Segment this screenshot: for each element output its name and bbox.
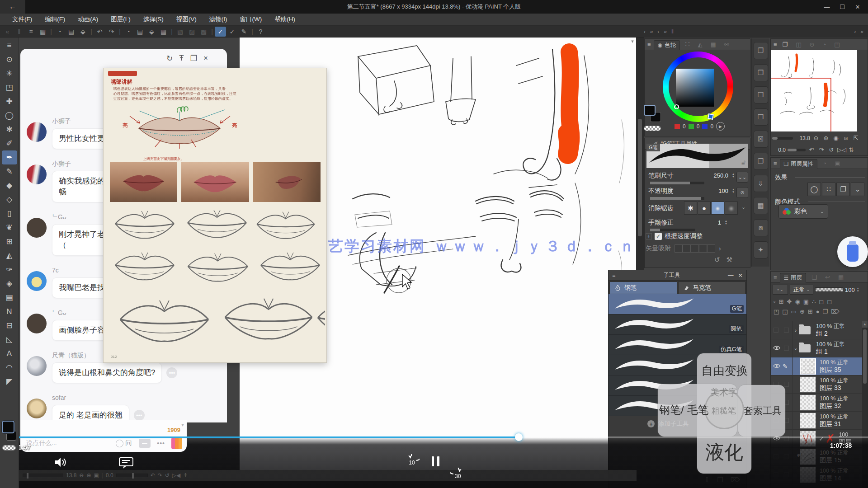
speed-adjust-checkbox[interactable]: ✓ (655, 233, 662, 240)
navigator-preview[interactable] (771, 50, 857, 131)
anti-alias-option[interactable]: ● (725, 202, 738, 215)
tab-information[interactable]: ◔ (820, 41, 829, 48)
transparent-color-chip[interactable] (644, 126, 661, 131)
back-button[interactable]: ← (0, 0, 25, 14)
toolbar-icon[interactable]: | (118, 27, 122, 37)
material-pose-button[interactable]: ✦ (754, 241, 768, 258)
toolbar-overflow-icon[interactable]: » (664, 28, 667, 35)
menu-item[interactable]: 编辑(E) (39, 15, 71, 23)
toolbar-icon[interactable]: ⬙ (146, 27, 157, 37)
brush-row[interactable]: 仿真G笔 (609, 335, 746, 355)
hue-cursor[interactable] (708, 113, 714, 120)
redo-icon[interactable]: ↷ (158, 472, 162, 479)
tab-marker[interactable]: 马克笔 (678, 282, 746, 294)
workspace-folder-button[interactable]: ❐ (754, 42, 768, 59)
layer-action-icon[interactable]: ▣ (803, 298, 809, 305)
zoom-in-icon[interactable]: ⊕ (86, 472, 91, 479)
toolbar-icon[interactable]: ▦ (158, 27, 169, 37)
layer-action-icon[interactable]: ◻ (819, 298, 824, 305)
usb-overlay-icon[interactable] (837, 236, 868, 267)
effect-button[interactable]: ∷ (822, 183, 835, 196)
layer-action-icon[interactable]: ◉ (795, 298, 800, 305)
layer-action-icon[interactable]: ▭ (791, 308, 797, 315)
tab-color-wheel[interactable]: ◉ 色轮 (654, 40, 680, 50)
ref-toolbar-icon[interactable]: Ŧ (179, 54, 184, 63)
layer-action-icon[interactable]: ✥ (787, 298, 792, 305)
tab-timeline[interactable]: ↩ (822, 274, 833, 281)
lock-icon[interactable]: 🔓︎ (741, 159, 745, 166)
anti-alias-option[interactable]: ● (698, 202, 711, 215)
effect-button[interactable]: ❐ (836, 183, 850, 196)
layer-row[interactable]: ✎ ⌄ ✓✗ 100 % 正常 组 1 ⇄ (771, 339, 862, 357)
zoom-slider[interactable] (772, 137, 793, 140)
workspace-folder-button[interactable]: ❐ (754, 108, 768, 126)
close-palette-button[interactable]: ☒ (754, 131, 768, 148)
opacity-slider[interactable] (650, 197, 704, 200)
toolbar-icon[interactable]: | (89, 27, 94, 37)
panel-toggle-icon[interactable] (139, 439, 151, 448)
canvas-collapse-icon[interactable]: ▾ (629, 38, 636, 45)
workspace-folder-button[interactable]: ❐ (754, 86, 768, 103)
tab-layer-property[interactable]: ❏ 图层属性 (780, 159, 818, 169)
chat-collapse-icon[interactable]: ▾ (181, 422, 184, 428)
minimize-icon[interactable]: — (728, 272, 734, 278)
menu-item[interactable]: 文件(F) (6, 15, 38, 23)
panel-menu-icon[interactable]: ≡ (774, 274, 777, 281)
zoom-in-icon[interactable]: ⊕ (822, 135, 830, 141)
layer-action-icon[interactable]: ❐ (823, 308, 828, 315)
menu-item[interactable]: 滤镜(I) (203, 15, 233, 23)
chevron-right-icon[interactable]: › (719, 245, 721, 252)
layer-opacity-slider[interactable] (815, 287, 843, 292)
avatar[interactable] (27, 271, 47, 291)
ref-toolbar-icon[interactable]: ↻ (166, 54, 173, 63)
rotate-right-icon[interactable]: ↷ (817, 146, 826, 153)
effect-button[interactable]: ⌄ (851, 183, 864, 196)
layer-action-icon[interactable]: ⊞ (808, 308, 813, 315)
effect-button[interactable]: ◯ (807, 183, 821, 196)
menu-item[interactable]: 动画(A) (72, 15, 104, 23)
material-folder-button[interactable]: ❐ (754, 153, 768, 170)
toolbar-icon[interactable]: ▩ (198, 27, 209, 37)
toolbar-overflow-icon[interactable]: › (644, 28, 646, 35)
vector-snap-cells[interactable] (675, 244, 715, 253)
toolbar-icon[interactable]: ✓ (215, 27, 226, 37)
layer-opacity-value[interactable]: 100 (845, 286, 855, 293)
fit-icon[interactable]: ▣ (94, 472, 99, 479)
anti-alias-option[interactable]: ● (711, 202, 724, 215)
spinner-icon[interactable]: ▲▼ (857, 287, 859, 292)
toolbar-overflow-icon[interactable]: › (854, 28, 856, 35)
overlay-free-transform[interactable]: 自由变换 (701, 363, 748, 379)
menu-item[interactable]: 视图(V) (170, 15, 203, 23)
tab-intermediate-color[interactable]: ▦ (708, 41, 718, 48)
layer-action-icon[interactable]: ◻ (827, 298, 832, 305)
toolbar-icon[interactable]: ▤ (134, 27, 146, 37)
ref-toolbar-icon[interactable]: × (203, 54, 208, 63)
toolbar-overflow-icon[interactable]: » (860, 28, 863, 35)
brush-size-slider[interactable] (650, 182, 704, 184)
gift-icon[interactable] (171, 437, 182, 449)
toolbar-icon[interactable]: « (2, 27, 13, 37)
layer-action-icon[interactable]: ⊞ (779, 298, 784, 305)
undo-icon[interactable]: ↶ (151, 472, 155, 479)
rotate-reset-icon[interactable]: ↺ (165, 472, 170, 479)
rotate-reset-icon[interactable]: ↺ (827, 146, 835, 153)
close-button[interactable]: ✕ (851, 4, 864, 10)
avatar[interactable] (27, 314, 47, 333)
flip-horizontal-icon[interactable]: ▷◁ (837, 146, 845, 153)
foreground-color-chip[interactable] (644, 105, 656, 116)
tab-item-bank[interactable]: ⊙ (807, 41, 817, 48)
layer-row[interactable]: ✎ ✓✗ 100 % 正常 图层 35 ⇄ (771, 357, 862, 375)
tab-animation[interactable]: ◔ (820, 160, 829, 167)
toolbar-overflow-icon[interactable]: ‖ (671, 28, 674, 35)
tab-scene[interactable]: ▦ (835, 274, 846, 281)
stabilize-value[interactable]: 1 (718, 219, 721, 226)
tab-history[interactable]: ◰ (831, 41, 842, 48)
toolbar-icon[interactable]: ▧ (175, 27, 186, 37)
color-mix-icon[interactable]: ▶ (716, 122, 725, 131)
video-progress-played[interactable] (0, 436, 519, 438)
brush-size-dynamics-button[interactable]: ⌄⌄ (736, 172, 748, 183)
flip-vertical-icon[interactable]: ⇅ (847, 146, 855, 153)
panel-menu-icon[interactable]: ≡ (774, 41, 777, 48)
avatar[interactable] (27, 122, 47, 142)
main-color-chip[interactable] (2, 421, 14, 433)
